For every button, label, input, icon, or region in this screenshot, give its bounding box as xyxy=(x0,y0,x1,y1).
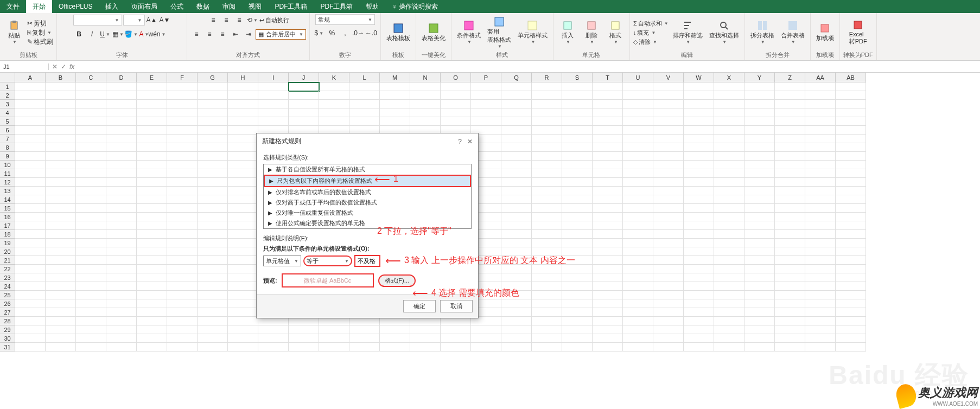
cell[interactable] xyxy=(198,117,228,126)
row-header[interactable]: 4 xyxy=(0,108,15,117)
value-input[interactable] xyxy=(354,255,380,267)
cell[interactable] xyxy=(15,135,46,143)
cell[interactable] xyxy=(532,126,562,135)
number-format-combo[interactable]: 常规▼ xyxy=(315,14,375,25)
cell[interactable] xyxy=(836,343,866,352)
tab-review[interactable]: 审阅 xyxy=(216,0,242,13)
cell[interactable] xyxy=(562,169,593,178)
fx-icon[interactable]: fx xyxy=(69,63,74,71)
cell-styles-button[interactable]: 单元格样式▼ xyxy=(516,20,550,46)
cell[interactable] xyxy=(167,247,198,256)
cell[interactable] xyxy=(258,82,289,91)
cell[interactable] xyxy=(744,82,775,91)
value-type-combo[interactable]: 单元格值▼ xyxy=(263,255,301,266)
cell[interactable] xyxy=(532,100,562,108)
cell[interactable] xyxy=(167,126,198,135)
cell[interactable] xyxy=(775,256,805,265)
cell[interactable] xyxy=(501,213,532,221)
cell[interactable] xyxy=(805,299,836,308)
cell[interactable] xyxy=(623,291,653,299)
cell[interactable] xyxy=(623,135,653,143)
cell[interactable] xyxy=(349,91,380,100)
cell[interactable] xyxy=(805,213,836,221)
cell[interactable] xyxy=(167,187,198,195)
cell[interactable] xyxy=(775,239,805,247)
cell[interactable] xyxy=(137,135,167,143)
cell[interactable] xyxy=(15,221,46,230)
cell[interactable] xyxy=(593,334,623,343)
cell[interactable] xyxy=(714,265,744,273)
row-header[interactable]: 9 xyxy=(0,152,15,161)
name-box[interactable]: J1 xyxy=(0,63,49,70)
cell[interactable] xyxy=(653,91,684,100)
cell[interactable] xyxy=(744,108,775,117)
cell[interactable] xyxy=(653,195,684,204)
cell[interactable] xyxy=(106,256,137,265)
cell[interactable] xyxy=(501,152,532,161)
cell[interactable] xyxy=(228,143,258,152)
column-header[interactable]: T xyxy=(593,73,623,82)
row-header[interactable]: 18 xyxy=(0,230,15,239)
cell[interactable] xyxy=(198,221,228,230)
row-header[interactable]: 29 xyxy=(0,325,15,334)
cell[interactable] xyxy=(228,117,258,126)
cell[interactable] xyxy=(167,82,198,91)
cell[interactable] xyxy=(319,334,349,343)
cell[interactable] xyxy=(471,334,501,343)
cell[interactable] xyxy=(137,265,167,273)
cell[interactable] xyxy=(167,221,198,230)
cell[interactable] xyxy=(198,161,228,169)
cell[interactable] xyxy=(805,143,836,152)
cell[interactable] xyxy=(319,108,349,117)
cell[interactable] xyxy=(76,204,106,213)
column-header[interactable]: P xyxy=(471,73,501,82)
cell[interactable] xyxy=(744,239,775,247)
cell[interactable] xyxy=(562,230,593,239)
cell[interactable] xyxy=(836,273,866,282)
cell[interactable] xyxy=(349,325,380,334)
cell[interactable] xyxy=(46,195,76,204)
cell[interactable] xyxy=(76,299,106,308)
cell[interactable] xyxy=(198,187,228,195)
cell[interactable] xyxy=(198,247,228,256)
cell[interactable] xyxy=(167,325,198,334)
cell[interactable] xyxy=(805,325,836,334)
cell[interactable] xyxy=(501,187,532,195)
cell[interactable] xyxy=(167,91,198,100)
cell[interactable] xyxy=(714,117,744,126)
cell[interactable] xyxy=(471,100,501,108)
cell[interactable] xyxy=(106,291,137,299)
cell[interactable] xyxy=(46,239,76,247)
cell[interactable] xyxy=(805,152,836,161)
copy-button[interactable]: ⎘复制▼ xyxy=(27,28,53,37)
cell[interactable] xyxy=(198,195,228,204)
cell[interactable] xyxy=(805,265,836,273)
column-header[interactable]: H xyxy=(228,73,258,82)
cell[interactable] xyxy=(836,325,866,334)
column-header[interactable]: R xyxy=(532,73,562,82)
cell[interactable] xyxy=(228,308,258,317)
cell[interactable] xyxy=(198,135,228,143)
cell[interactable] xyxy=(106,100,137,108)
cell[interactable] xyxy=(76,82,106,91)
cell[interactable] xyxy=(744,291,775,299)
cell[interactable] xyxy=(562,82,593,91)
cell[interactable] xyxy=(167,195,198,204)
cell[interactable] xyxy=(562,334,593,343)
cell[interactable] xyxy=(744,152,775,161)
cell[interactable] xyxy=(593,343,623,352)
cell[interactable] xyxy=(228,343,258,352)
cell[interactable] xyxy=(106,195,137,204)
cell[interactable] xyxy=(349,100,380,108)
cell[interactable] xyxy=(198,169,228,178)
cell[interactable] xyxy=(805,126,836,135)
cell[interactable] xyxy=(653,204,684,213)
cell[interactable] xyxy=(137,247,167,256)
cell[interactable] xyxy=(501,108,532,117)
cell[interactable] xyxy=(593,282,623,291)
cell[interactable] xyxy=(623,282,653,291)
cell[interactable] xyxy=(258,108,289,117)
cell[interactable] xyxy=(593,230,623,239)
cell[interactable] xyxy=(744,256,775,265)
cell[interactable] xyxy=(805,169,836,178)
